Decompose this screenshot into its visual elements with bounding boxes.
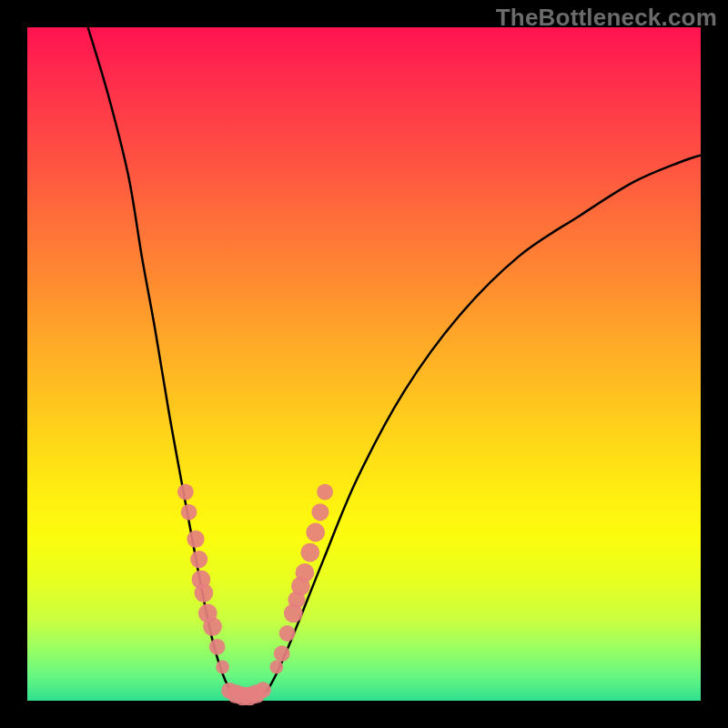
data-point xyxy=(269,661,283,674)
data-point xyxy=(203,617,222,636)
chart-stage: TheBottleneck.com xyxy=(0,0,728,728)
chart-svg xyxy=(27,27,701,701)
data-point xyxy=(300,543,319,562)
data-point xyxy=(216,661,229,674)
data-point xyxy=(311,503,329,521)
data-point xyxy=(274,645,290,662)
curve-left xyxy=(88,27,243,701)
data-point xyxy=(209,639,226,655)
data-point xyxy=(279,625,296,642)
data-point xyxy=(296,563,315,582)
data-point xyxy=(177,484,194,500)
data-point xyxy=(255,682,271,698)
data-point xyxy=(190,551,207,568)
data-point xyxy=(181,504,197,521)
plot-area xyxy=(27,27,701,701)
data-point xyxy=(187,531,204,548)
watermark-label: TheBottleneck.com xyxy=(496,4,717,32)
data-point xyxy=(317,484,333,500)
data-point xyxy=(306,523,325,542)
data-point xyxy=(195,583,214,602)
curve-right xyxy=(243,156,701,701)
